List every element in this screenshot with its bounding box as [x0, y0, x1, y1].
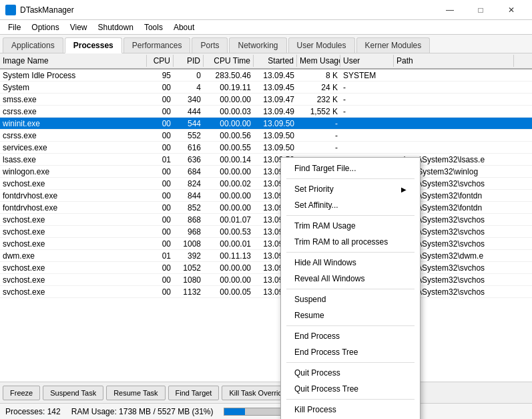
cell-cpu: 00	[147, 263, 174, 273]
table-row[interactable]: svchost.exe0096800.00.5313.09.50-ndows\S…	[0, 226, 532, 238]
menu-item-view[interactable]: View	[65, 21, 93, 33]
minimize-button[interactable]: —	[435, 0, 465, 20]
table-row[interactable]: winlogon.exe0068400.00.0013.09.50-dows\S…	[0, 166, 532, 178]
cell-pid: 868	[174, 215, 204, 225]
table-row[interactable]: svchost.exe00105200.00.0013.09.51-ndows\…	[0, 262, 532, 274]
cell-mem: 24 K	[297, 82, 340, 93]
table-row[interactable]: System00400.19.1113.09.4524 K-	[0, 82, 532, 94]
cell-mem: -	[297, 130, 340, 141]
ctx-item-set-affinity-[interactable]: Set Affinity...	[281, 197, 420, 213]
toolbar-btn-find-target[interactable]: Find Target	[168, 386, 220, 400]
cell-mem: 1,552 K	[297, 106, 340, 117]
cell-name: services.exe	[0, 142, 147, 153]
cell-cpu: 00	[147, 215, 174, 225]
ctx-item-quit-process[interactable]: Quit Process	[281, 365, 420, 381]
table-body[interactable]: System Idle Process950283.50.4613.09.458…	[0, 69, 532, 382]
tab-kerner-modules[interactable]: Kerner Modules	[356, 37, 431, 53]
col-header-mem-usage[interactable]: Mem Usage	[297, 55, 340, 67]
cell-name: lsass.exe	[0, 154, 147, 165]
cell-cputime: 00.01.07	[204, 215, 254, 225]
cell-pid: 1008	[174, 239, 204, 249]
cell-cpu: 00	[147, 166, 174, 177]
cell-name: dwm.exe	[0, 251, 147, 261]
ctx-item-trim-ram-to-all-processes[interactable]: Trim RAM to all processes	[281, 234, 420, 250]
menu-item-about[interactable]: About	[168, 21, 200, 33]
tab-performances[interactable]: Performances	[123, 37, 191, 53]
col-header-cpu-time[interactable]: CPU Time	[204, 55, 254, 67]
cell-user: -	[340, 82, 394, 93]
col-header-pid[interactable]: PID	[174, 55, 204, 67]
cell-cpu: 01	[147, 251, 174, 261]
menu-item-options[interactable]: Options	[26, 21, 64, 33]
process-count: Processes: 142	[5, 407, 61, 416]
close-button[interactable]: ✕	[496, 0, 527, 20]
cell-cpu: 00	[147, 118, 174, 129]
status-bar: Processes: 142 RAM Usage: 1738 MB / 5527…	[0, 403, 532, 419]
toolbar-btn-freeze[interactable]: Freeze	[3, 386, 40, 400]
table-row[interactable]: lsass.exe0163600.00.1413.09.50-ndows\Sys…	[0, 154, 532, 166]
cell-user	[340, 123, 394, 124]
table-row[interactable]: dwm.exe0139200.11.1313.09.50-ndows\Syste…	[0, 250, 532, 262]
table-row[interactable]: csrss.exe0055200.00.5613.09.50-	[0, 130, 532, 142]
table-row[interactable]: fontdrvhost.exe0085200.00.0013.09.50-ndo…	[0, 202, 532, 214]
ctx-item-reveal-all-windows[interactable]: Reveal All Windows	[281, 271, 420, 287]
cell-pid: 1080	[174, 275, 204, 285]
cell-cpu: 00	[147, 130, 174, 141]
ctx-item-find-target-file-[interactable]: Find Target File...	[281, 160, 420, 176]
table-row[interactable]: csrss.exe0044400.00.0313.09.491,552 K-	[0, 106, 532, 118]
app-icon	[5, 5, 16, 15]
col-header-user[interactable]: User	[340, 55, 394, 67]
ctx-item-resume[interactable]: Resume	[281, 307, 420, 323]
ctx-item-suspend[interactable]: Suspend	[281, 291, 420, 307]
table-row[interactable]: services.exe0061600.00.5513.09.50-	[0, 142, 532, 154]
tab-applications[interactable]: Applications	[3, 37, 63, 53]
cell-cpu: 00	[147, 202, 174, 213]
cell-pid: 392	[174, 251, 204, 261]
cell-pid: 1052	[174, 263, 204, 273]
menu-item-file[interactable]: File	[3, 21, 26, 33]
table-row[interactable]: svchost.exe00113200.00.0513.09.51-ndows\…	[0, 286, 532, 298]
table-row[interactable]: svchost.exe0086800.01.0713.09.50-ndows\S…	[0, 214, 532, 226]
ctx-item-end-process-tree[interactable]: End Process Tree	[281, 344, 420, 360]
tab-user-modules[interactable]: User Modules	[288, 37, 355, 53]
ctx-item-kill-process[interactable]: Kill Process	[281, 402, 420, 418]
cell-started: 13.09.45	[254, 70, 297, 81]
ctx-item-end-process[interactable]: End Process	[281, 328, 420, 344]
col-header-image-name[interactable]: Image Name	[0, 55, 147, 67]
table-row[interactable]: wininit.exe0054400.00.0013.09.50-	[0, 118, 532, 130]
menu-item-tools[interactable]: Tools	[139, 21, 168, 33]
toolbar-btn-resume-task[interactable]: Resume Task	[106, 386, 165, 400]
tab-ports[interactable]: Ports	[192, 37, 228, 53]
table-row[interactable]: smss.exe0034000.00.0013.09.47232 K-	[0, 94, 532, 106]
table-row[interactable]: fontdrvhost.exe0084400.00.0013.09.50-ndo…	[0, 190, 532, 202]
tab-processes[interactable]: Processes	[65, 37, 122, 53]
ctx-item-hide-all-windows[interactable]: Hide All Windows	[281, 255, 420, 271]
cell-cputime: 00.11.13	[204, 251, 254, 261]
toolbar-btn-suspend-task[interactable]: Suspend Task	[43, 386, 103, 400]
cell-pid: 0	[174, 70, 204, 81]
maximize-button[interactable]: □	[465, 0, 496, 20]
ctx-item-quit-process-tree[interactable]: Quit Process Tree	[281, 381, 420, 397]
table-row[interactable]: svchost.exe0082400.00.0213.09.50-ndows\S…	[0, 178, 532, 190]
table-row[interactable]: System Idle Process950283.50.4613.09.458…	[0, 69, 532, 82]
cell-cputime: 00.00.05	[204, 287, 254, 297]
cell-name: svchost.exe	[0, 178, 147, 189]
col-header-cpu[interactable]: CPU	[147, 55, 174, 67]
cell-cpu: 95	[147, 70, 174, 81]
cell-pid: 616	[174, 142, 204, 153]
cell-name: fontdrvhost.exe	[0, 202, 147, 213]
cell-name: csrss.exe	[0, 130, 147, 141]
tab-networking[interactable]: Networking	[229, 37, 286, 53]
table-row[interactable]: svchost.exe00108000.00.0013.09.51-ndows\…	[0, 274, 532, 286]
col-header-started[interactable]: Started	[254, 55, 297, 67]
menu-bar: FileOptionsViewShutdownToolsAbout	[0, 20, 532, 35]
col-header-path[interactable]: Path	[394, 55, 514, 67]
ctx-item-set-priority[interactable]: Set Priority▶	[281, 181, 420, 197]
ctx-item-trim-ram-usage[interactable]: Trim RAM Usage	[281, 218, 420, 234]
cell-path	[394, 111, 514, 112]
table-row[interactable]: svchost.exe00100800.00.0113.09.50-ndows\…	[0, 238, 532, 250]
cell-name: csrss.exe	[0, 106, 147, 117]
menu-item-shutdown[interactable]: Shutdown	[93, 21, 139, 33]
cell-path	[394, 147, 514, 148]
cell-name: winlogon.exe	[0, 166, 147, 177]
